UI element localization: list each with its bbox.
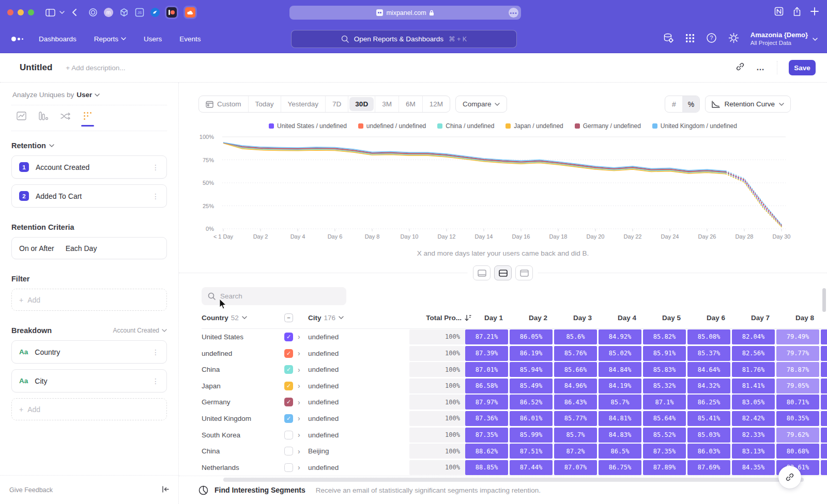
retention-cell[interactable]: 87.97% — [465, 395, 510, 410]
retention-cell[interactable]: 86.52% — [510, 395, 554, 410]
country-cell[interactable]: Netherlands — [202, 464, 239, 471]
column-day-6[interactable]: Day 6 — [694, 314, 738, 322]
retention-step-1[interactable]: 1Account Created⋮ — [11, 155, 167, 179]
retention-cell[interactable]: 84.84% — [599, 362, 643, 377]
range-30d[interactable]: 30D — [349, 97, 374, 111]
kebab-menu-icon[interactable]: ⋮ — [152, 348, 159, 356]
country-cell[interactable]: China — [202, 366, 220, 373]
legend-item[interactable]: Japan / undefined — [506, 122, 563, 130]
new-tab-icon[interactable] — [810, 7, 819, 18]
retention-cell[interactable]: 85.37% — [687, 346, 732, 361]
extension-target-icon[interactable] — [88, 8, 98, 17]
copy-link-icon[interactable] — [736, 62, 745, 73]
expand-row-icon[interactable]: › — [298, 333, 308, 341]
add-breakdown-button[interactable]: + Add — [11, 398, 167, 420]
country-cell[interactable]: United States — [202, 333, 243, 341]
retention-cell[interactable]: 87.1% — [643, 395, 687, 410]
row-checkbox[interactable]: ✓ — [284, 365, 293, 374]
retention-cell[interactable]: 86.43% — [554, 395, 599, 410]
retention-cell[interactable]: 88.85% — [465, 460, 510, 475]
retention-cell[interactable]: 85.03% — [687, 428, 732, 443]
retention-cell[interactable]: 85.49% — [510, 379, 554, 393]
expand-row-icon[interactable]: › — [298, 414, 308, 422]
retention-cell[interactable]: 85.52% — [643, 428, 687, 443]
horizontal-scrollbar[interactable] — [223, 478, 804, 482]
city-cell[interactable]: undefined — [308, 464, 339, 471]
retention-cell[interactable]: 85.77% — [554, 411, 599, 426]
retention-cell[interactable]: 87.35% — [465, 428, 510, 443]
browser-sidebar-icon[interactable] — [45, 9, 55, 17]
retention-cell[interactable]: 86.58% — [465, 379, 510, 393]
help-icon[interactable]: ? — [706, 33, 717, 45]
kebab-menu-icon[interactable]: ⋮ — [152, 163, 159, 171]
city-cell[interactable]: undefined — [308, 431, 339, 439]
retention-cell[interactable]: 86.03% — [687, 444, 732, 459]
retention-cell[interactable]: 87.39% — [465, 346, 510, 361]
add-description[interactable]: + Add description... — [66, 64, 125, 72]
retention-cell[interactable]: 82.04% — [732, 329, 776, 344]
retention-cell[interactable]: 80.35% — [776, 411, 821, 426]
retention-cell[interactable]: 84.19% — [599, 379, 643, 393]
country-cell[interactable]: United Kingdom — [202, 415, 251, 422]
notion-extension-icon[interactable] — [774, 7, 784, 18]
retention-cell[interactable]: 87.51% — [510, 444, 554, 459]
breakdown-item-country[interactable]: AaCountry⋮ — [11, 340, 167, 364]
retention-step-2[interactable]: 2Added To Cart⋮ — [11, 184, 167, 208]
retention-cell[interactable]: 85.76% — [554, 346, 599, 361]
range-yesterday[interactable]: Yesterday — [281, 96, 326, 112]
kebab-menu-icon[interactable]: ⋮ — [152, 192, 159, 200]
criteria-card[interactable]: On or After Each Day — [11, 237, 167, 259]
retention-cell[interactable]: 85.99% — [510, 428, 554, 443]
retention-cell[interactable]: 87.35% — [643, 444, 687, 459]
criteria-interval[interactable]: Each Day — [66, 244, 97, 253]
retention-cell[interactable]: 87.69% — [687, 460, 732, 475]
retention-cell[interactable]: 81.76% — [732, 362, 776, 377]
retention-cell[interactable]: 84.96% — [554, 379, 599, 393]
more-options-icon[interactable]: … — [756, 63, 765, 72]
retention-cell[interactable]: 85.94% — [510, 362, 554, 377]
expand-row-icon[interactable]: › — [298, 382, 308, 390]
column-country[interactable]: Country 52 — [202, 314, 284, 322]
add-filter-button[interactable]: + Add — [11, 289, 167, 311]
analyze-value[interactable]: User — [76, 91, 92, 99]
close-window-button[interactable] — [7, 9, 13, 15]
retention-cell[interactable]: 80.71% — [776, 395, 821, 410]
range-7d[interactable]: 7D — [326, 96, 348, 112]
extension-patreon-icon[interactable] — [165, 6, 178, 19]
retention-cell[interactable]: 85.83% — [643, 362, 687, 377]
extension-js-icon[interactable]: JS — [135, 8, 144, 17]
retention-cell[interactable]: 87.36% — [465, 411, 510, 426]
minimize-window-button[interactable] — [18, 9, 24, 15]
breakdown-item-city[interactable]: AaCity⋮ — [11, 369, 167, 392]
tab-insights[interactable] — [17, 112, 26, 125]
column-city[interactable]: City 176 — [308, 314, 416, 322]
select-all-checkbox[interactable]: – — [284, 313, 293, 322]
share-icon[interactable] — [793, 7, 801, 19]
breakdown-property-label[interactable]: Country — [35, 348, 60, 356]
range-3m[interactable]: 3M — [375, 96, 399, 112]
table-search-input[interactable] — [220, 292, 334, 300]
retention-cell[interactable]: 86.25% — [687, 395, 732, 410]
retention-cell[interactable]: 85.7% — [554, 428, 599, 443]
legend-item[interactable]: United Kingdom / undefined — [652, 122, 737, 130]
row-checkbox[interactable] — [284, 431, 293, 439]
row-checkbox[interactable]: ✓ — [284, 414, 293, 423]
expand-row-icon[interactable]: › — [298, 398, 308, 406]
retention-cell[interactable]: 85.91% — [643, 346, 687, 361]
column-day-5[interactable]: Day 5 — [649, 314, 694, 322]
retention-cell[interactable]: 83.13% — [732, 444, 776, 459]
retention-cell[interactable]: 84.83% — [599, 428, 643, 443]
retention-cell[interactable]: 88.62% — [465, 444, 510, 459]
retention-cell[interactable]: 84.81% — [599, 411, 643, 426]
retention-section-heading[interactable]: Retention — [11, 141, 167, 150]
city-cell[interactable]: undefined — [308, 333, 339, 341]
row-checkbox[interactable] — [284, 463, 293, 472]
city-cell[interactable]: undefined — [308, 398, 339, 406]
project-switcher[interactable]: Amazonia {Demo} All Project Data — [751, 31, 818, 47]
tab-funnels[interactable] — [39, 112, 48, 125]
nav-events[interactable]: Events — [179, 35, 201, 43]
compare-button[interactable]: Compare — [455, 96, 508, 113]
retention-cell[interactable]: 86.5% — [599, 444, 643, 459]
column-day-4[interactable]: Day 4 — [605, 314, 649, 322]
save-button[interactable]: Save — [789, 60, 816, 75]
